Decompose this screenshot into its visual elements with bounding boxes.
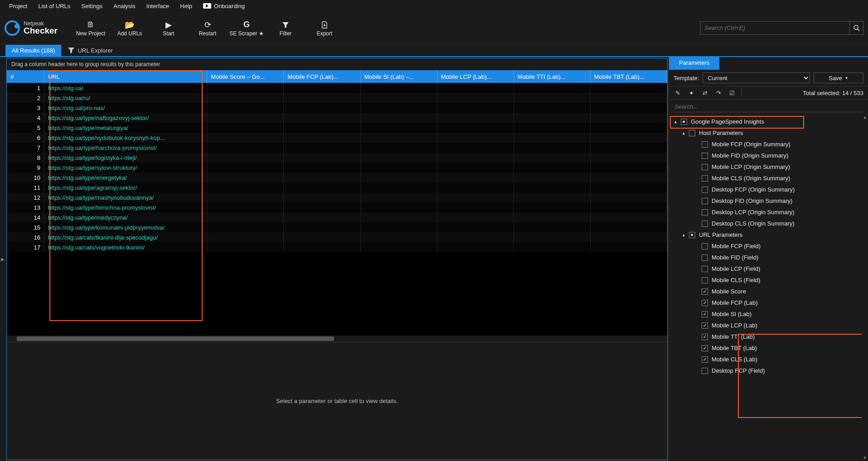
tree-host-item-1[interactable]: Mobile FID (Origin Summary)	[669, 150, 867, 161]
checkbox[interactable]	[702, 356, 708, 363]
tree-host-item-5[interactable]: Desktop FID (Origin Summary)	[669, 195, 867, 206]
col-mobile-fcp[interactable]: Mobile FCP (Lab)...	[284, 70, 360, 83]
table-row[interactable]: 13https://stg.ua/type/himichna-promyslov…	[7, 202, 667, 212]
row-url-cell[interactable]: https://stg.ua/type/vydobutok-korysnyh-k…	[44, 133, 207, 143]
tree-host-item-2[interactable]: Mobile LCP (Origin Summary)	[669, 161, 867, 173]
checkbox[interactable]	[702, 243, 708, 250]
row-url-cell[interactable]: https://stg.ua/type/mashynobuduvannya/	[44, 192, 207, 202]
table-row[interactable]: 2https://stg.ua/ru/	[7, 93, 667, 103]
col-mobile-tbt[interactable]: Mobile TBT (Lab)...	[590, 70, 667, 83]
row-url-cell[interactable]: https://stg.ua/type/himichna-promyslovis…	[44, 202, 207, 212]
checkbox[interactable]	[702, 221, 708, 227]
tree-url-parameters[interactable]: ▲URL Parameters	[669, 229, 867, 240]
group-by-bar[interactable]: Drag a column header here to group resul…	[7, 58, 667, 70]
col-url[interactable]: URL	[44, 70, 207, 83]
url-link[interactable]: https://stg.ua/pro-nas/	[48, 105, 105, 111]
restart-button[interactable]: ⟳Restart	[188, 14, 227, 42]
checkbox[interactable]	[702, 164, 708, 170]
menu-help[interactable]: Help	[175, 1, 198, 11]
menu-list-of-urls[interactable]: List of URLs	[33, 1, 76, 11]
table-row[interactable]: 16https://stg.ua/cats/tkanini-dlja-speco…	[7, 232, 667, 242]
url-link[interactable]: https://stg.ua/	[48, 85, 83, 91]
checkbox[interactable]	[702, 345, 708, 351]
tree-url-lab-6[interactable]: Mobile CLS (Lab)	[669, 354, 867, 365]
row-url-cell[interactable]: https://stg.ua/type/medyczyna/	[44, 212, 207, 222]
table-row[interactable]: 3https://stg.ua/pro-nas/	[7, 103, 667, 113]
tree-url-field-3[interactable]: Mobile CLS (Field)	[669, 274, 867, 286]
save-template-button[interactable]: Save▼	[814, 72, 863, 83]
menu-settings[interactable]: Settings	[76, 1, 108, 11]
grid-horizontal-scrollbar[interactable]	[7, 336, 667, 342]
url-link[interactable]: https://stg.ua/type/naftogazovyj-sektor/	[48, 115, 149, 121]
checkbox[interactable]	[689, 130, 695, 136]
tree-google-psi[interactable]: ▲Google PageSpeed Insights	[669, 116, 867, 127]
table-row[interactable]: 8https://stg.ua/type/logistyka-i-ritejl/	[7, 153, 667, 163]
parameter-search-input[interactable]	[674, 101, 863, 112]
tree-scrollbar[interactable]: ▲▼	[862, 114, 868, 461]
redo-icon[interactable]: ↷	[714, 90, 723, 96]
table-row[interactable]: 11https://stg.ua/type/agrarnyj-sektor/	[7, 182, 667, 192]
url-link[interactable]: https://stg.ua/cats/vognetrivki-tkanini/	[48, 244, 145, 251]
table-row[interactable]: 4https://stg.ua/type/naftogazovyj-sektor…	[7, 113, 667, 123]
url-link[interactable]: https://stg.ua/type/vydobutok-korysnyh-k…	[48, 134, 165, 141]
table-row[interactable]: 5https://stg.ua/type/metalurgiya/	[7, 123, 667, 133]
table-row[interactable]: 6https://stg.ua/type/vydobutok-korysnyh-…	[7, 133, 667, 143]
row-url-cell[interactable]: https://stg.ua/type/naftogazovyj-sektor/	[44, 113, 207, 123]
shuffle-icon[interactable]: ✦	[687, 90, 695, 96]
url-link[interactable]: https://stg.ua/type/medyczyna/	[48, 214, 128, 221]
table-row[interactable]: 1https://stg.ua/	[7, 83, 667, 93]
se-scraper-button[interactable]: GSE Scraper ★	[227, 14, 266, 42]
url-link[interactable]: https://stg.ua/type/komunalni-pidpryyems…	[48, 224, 165, 231]
tree-url-tail-0[interactable]: Desktop FCP (Field)	[669, 365, 867, 376]
col-mobile-si[interactable]: Mobile SI (Lab) –...	[360, 70, 437, 83]
filter-button[interactable]: Filter	[266, 14, 305, 42]
tree-host-item-4[interactable]: Desktop FCP (Origin Summary)	[669, 184, 867, 195]
checkbox[interactable]	[702, 175, 708, 182]
tree-url-field-2[interactable]: Mobile LCP (Field)	[669, 263, 867, 274]
table-row[interactable]: 17https://stg.ua/cats/vognetrivki-tkanin…	[7, 242, 667, 252]
url-link[interactable]: https://stg.ua/type/energetyka/	[48, 174, 127, 181]
row-url-cell[interactable]: https://stg.ua/cats/vognetrivki-tkanini/	[44, 242, 207, 252]
tree-host-parameters[interactable]: ▲Host Parameters	[669, 127, 867, 139]
tree-url-field-1[interactable]: Mobile FID (Field)	[669, 252, 867, 263]
col-mobile-lcp[interactable]: Mobile LCP (Lab)...	[437, 70, 514, 83]
checkbox[interactable]	[702, 209, 708, 216]
tree-url-lab-4[interactable]: Mobile TTI (Lab)	[669, 331, 867, 342]
checkbox[interactable]	[702, 288, 708, 295]
tree-host-item-7[interactable]: Desktop CLS (Origin Summary)	[669, 218, 867, 229]
checkbox[interactable]	[702, 311, 708, 317]
tree-url-lab-1[interactable]: Mobile FCP (Lab)	[669, 297, 867, 308]
menu-analysis[interactable]: Analysis	[108, 1, 141, 11]
tab-url-explorer[interactable]: URL Explorer	[61, 44, 119, 56]
checkbox[interactable]	[702, 153, 708, 159]
tree-url-field-0[interactable]: Mobile FCP (Field)	[669, 240, 867, 252]
checkbox[interactable]	[689, 232, 695, 238]
tree-url-lab-0[interactable]: Mobile Score	[669, 286, 867, 297]
checkbox[interactable]	[702, 368, 708, 374]
checkbox[interactable]	[702, 187, 708, 193]
menu-interface[interactable]: Interface	[141, 1, 175, 11]
row-url-cell[interactable]: https://stg.ua/cats/tkanini-dlja-specodj…	[44, 232, 207, 242]
check-all-icon[interactable]: ☑	[728, 90, 736, 96]
checkbox[interactable]	[702, 334, 708, 340]
row-url-cell[interactable]: https://stg.ua/type/energetyka/	[44, 173, 207, 182]
url-link[interactable]: https://stg.ua/ru/	[48, 95, 90, 101]
row-url-cell[interactable]: https://stg.ua/type/komunalni-pidpryyems…	[44, 222, 207, 232]
row-url-cell[interactable]: https://stg.ua/pro-nas/	[44, 103, 207, 113]
table-row[interactable]: 9https://stg.ua/type/sylovi-struktury/	[7, 163, 667, 173]
tab-all-results[interactable]: All Results (168)	[5, 45, 61, 56]
row-url-cell[interactable]: https://stg.ua/type/metalurgiya/	[44, 123, 207, 133]
url-link[interactable]: https://stg.ua/type/agrarnyj-sektor/	[48, 184, 137, 191]
tree-url-lab-3[interactable]: Mobile LCP (Lab)	[669, 320, 867, 331]
menu-onboarding[interactable]: Onboarding	[198, 1, 250, 11]
checkbox[interactable]	[702, 300, 708, 306]
search-button[interactable]	[850, 21, 863, 35]
col-number[interactable]: #	[7, 70, 44, 83]
url-link[interactable]: https://stg.ua/type/logistyka-i-ritejl/	[48, 154, 137, 161]
url-link[interactable]: https://stg.ua/type/himichna-promyslovis…	[48, 204, 156, 211]
checkbox[interactable]	[702, 255, 708, 261]
tree-url-lab-5[interactable]: Mobile TBT (Lab)	[669, 342, 867, 354]
row-url-cell[interactable]: https://stg.ua/	[44, 83, 207, 93]
checkbox[interactable]	[702, 141, 708, 148]
tree-host-item-0[interactable]: Mobile FCP (Origin Summary)	[669, 139, 867, 150]
